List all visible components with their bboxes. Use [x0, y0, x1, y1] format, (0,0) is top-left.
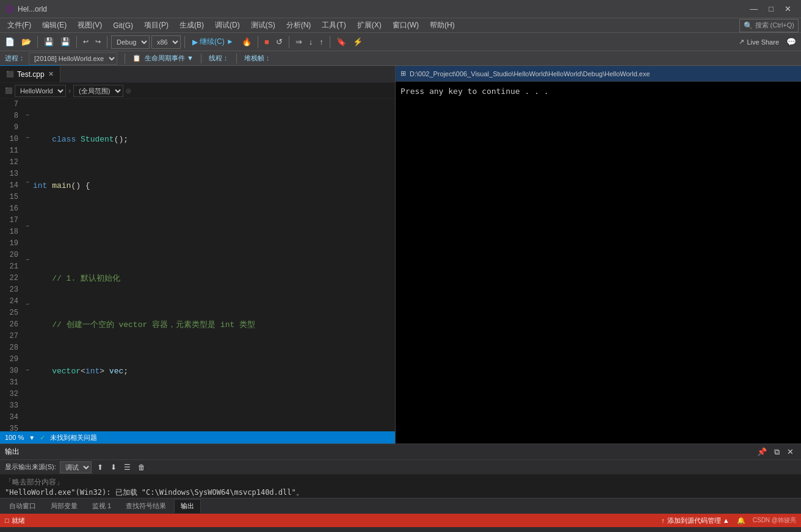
menu-edit[interactable]: 编辑(E)	[37, 19, 71, 32]
undo-btn[interactable]: ↩	[81, 37, 91, 47]
debug-config-dropdown[interactable]: Debug	[111, 35, 150, 49]
step-over-btn[interactable]: ⇒	[293, 36, 305, 48]
menu-project[interactable]: 项目(P)	[139, 19, 173, 32]
menu-build[interactable]: 生成(B)	[175, 19, 209, 32]
output-text: "HelloWorld.exe"(Win32): 已加载 "C:\Windows…	[5, 488, 303, 497]
nav-breadcrumb-select[interactable]: HelloWorld	[15, 85, 66, 97]
output-tab-locals[interactable]: 局部变量	[44, 499, 84, 513]
menu-window[interactable]: 窗口(W)	[388, 19, 424, 32]
process-section: 进程： [20108] HelloWorld.exe	[5, 52, 117, 65]
restart-btn[interactable]: ↺	[274, 36, 285, 48]
new-file-btn[interactable]: 📄	[2, 36, 17, 48]
prog-sep2	[201, 54, 201, 63]
menu-debug[interactable]: 调试(D)	[210, 19, 245, 32]
status-bar-left: □ 就绪	[5, 516, 25, 525]
code-area[interactable]: 7 8 9 10 11 12 13 14 15 16 17 18 19 20 2…	[0, 99, 395, 431]
zoom-dropdown-icon: ▼	[29, 434, 35, 441]
lifecycle-section: 📋 生命周期事件 ▼	[132, 54, 194, 63]
search-placeholder: 搜索 (Ctrl+Q)	[755, 21, 794, 30]
editor-tab-test-cpp[interactable]: ⬛ Test.cpp ✕	[0, 65, 60, 82]
continue-btn[interactable]: ▶ 继续(C) ►	[189, 35, 237, 48]
output-scroll-up[interactable]: ⬆	[95, 462, 105, 472]
output-tab-output[interactable]: 输出	[174, 499, 201, 513]
progress-bar: 进程： [20108] HelloWorld.exe 📋 生命周期事件 ▼ 线程…	[0, 51, 801, 66]
save-all-btn[interactable]: 💾	[58, 36, 73, 48]
fire-btn[interactable]: 🔥	[239, 36, 254, 48]
nav-file-icon: ⬛	[5, 87, 12, 94]
code-line-10: // 1. 默认初始化	[33, 273, 390, 284]
output-float-btn[interactable]: ⧉	[772, 446, 782, 458]
editor-panel: ⬛ Test.cpp ✕ ⬛ HelloWorld › (全局范围) ◎ 7 8…	[0, 66, 396, 444]
code-line-8: int main() {	[33, 180, 390, 192]
notification-bell[interactable]: 🔔	[737, 517, 745, 525]
output-content: 「略去部分内容」 "HelloWorld.exe"(Win32): 已加载 "C…	[0, 475, 801, 498]
search-icon: 🔍	[744, 21, 753, 30]
console-text: Press any key to continue . . .	[400, 87, 549, 96]
lifecycle-label: 生命周期事件 ▼	[145, 54, 194, 63]
step-out-btn[interactable]: ↑	[317, 36, 326, 48]
live-share-label: Live Share	[747, 38, 779, 46]
open-btn[interactable]: 📂	[19, 36, 34, 48]
output-panel-title: 输出	[5, 447, 20, 457]
output-scroll-down[interactable]: ⬇	[109, 462, 118, 472]
code-line-11: // 创建一个空的 vector 容器，元素类型是 int 类型	[33, 319, 390, 331]
save-btn[interactable]: 💾	[42, 36, 56, 48]
stop-record-btn[interactable]: ■	[262, 36, 272, 48]
title-bar-controls: — □ ✕	[745, 3, 796, 15]
process-dropdown[interactable]: [20108] HelloWorld.exe	[29, 52, 117, 65]
output-line-2: "HelloWorld.exe"(Win32): 已加载 "C:\Windows…	[5, 487, 796, 498]
platform-dropdown[interactable]: x86	[151, 35, 181, 49]
menu-test[interactable]: 测试(S)	[246, 19, 280, 32]
status-icon: □	[5, 517, 9, 524]
add-to-source-control[interactable]: ↑ 添加到源代码管理 ▲	[661, 516, 729, 525]
perf-btn[interactable]: ⚡	[350, 36, 365, 48]
step-into-btn[interactable]: ↓	[306, 36, 316, 48]
menu-file[interactable]: 文件(F)	[2, 19, 36, 32]
callstack-section: 堆栈帧：	[244, 54, 271, 63]
status-ready[interactable]: □ 就绪	[5, 516, 25, 525]
menu-git[interactable]: Git(G)	[108, 20, 138, 31]
tab-bar: ⬛ Test.cpp ✕	[0, 66, 395, 83]
output-pin-btn[interactable]: 📌	[755, 446, 769, 458]
live-share-btn[interactable]: ↗ Live Share	[734, 37, 784, 47]
output-tab-find-symbol[interactable]: 查找符号结果	[119, 499, 173, 513]
code-line-12: vector<int> vec;	[33, 365, 390, 377]
output-toolbar: 显示输出来源(S): 调试 ⬆ ⬇ ☰ 🗑	[0, 460, 801, 475]
continue-arrow-icon: ▶	[192, 38, 198, 46]
output-source-select[interactable]: 调试	[60, 461, 92, 473]
source-label: 显示输出来源(S):	[5, 462, 56, 472]
code-line-7: class Student();	[33, 134, 390, 145]
source-control-label: 添加到源代码管理 ▲	[667, 516, 730, 525]
output-close-btn[interactable]: ✕	[785, 446, 796, 458]
output-header: 输出 📌 ⧉ ✕	[0, 444, 801, 460]
status-text: 就绪	[12, 516, 25, 525]
output-filter-btn[interactable]: ☰	[122, 462, 132, 472]
menu-help[interactable]: 帮助(H)	[425, 19, 460, 32]
main-content: ⬛ Test.cpp ✕ ⬛ HelloWorld › (全局范围) ◎ 7 8…	[0, 66, 801, 444]
maximize-button[interactable]: □	[764, 3, 778, 15]
editor-status-bar: 100 % ▼ ✓ 未找到相关问题	[0, 431, 395, 444]
redo-btn[interactable]: ↪	[93, 37, 103, 47]
menu-extensions[interactable]: 扩展(X)	[352, 19, 386, 32]
status-bar-right: ↑ 添加到源代码管理 ▲ 🔔 CSDN @韩骏亮	[661, 516, 796, 525]
menu-view[interactable]: 视图(V)	[73, 19, 107, 32]
output-tab-watch[interactable]: 监视 1	[85, 499, 118, 513]
nav-arrow-icon: ›	[68, 87, 71, 95]
tab-filename: Test.cpp	[17, 70, 45, 79]
output-panel: 输出 📌 ⧉ ✕ 显示输出来源(S): 调试 ⬆ ⬇ ☰ 🗑 「略去部分内容」 …	[0, 444, 801, 514]
source-control-arrow-icon: ↑	[661, 517, 665, 524]
code-editor[interactable]: class Student(); int main() { // 1. 默认初始…	[28, 99, 395, 431]
menu-analyze[interactable]: 分析(N)	[281, 19, 316, 32]
nav-scope-select[interactable]: (全局范围)	[73, 85, 123, 97]
feedback-btn[interactable]: 💬	[784, 36, 799, 48]
tab-close-btn[interactable]: ✕	[48, 70, 54, 78]
title-bar-title: Hel...orld	[18, 5, 47, 13]
console-path: D:\002_Project\006_Visual_Studio\HelloWo…	[410, 70, 650, 77]
output-clear-btn[interactable]: 🗑	[136, 462, 147, 472]
output-tab-autownd[interactable]: 自动窗口	[2, 499, 43, 513]
menu-tools[interactable]: 工具(T)	[317, 19, 350, 32]
close-button[interactable]: ✕	[780, 3, 796, 15]
bookmark-btn[interactable]: 🔖	[334, 36, 349, 48]
minimize-button[interactable]: —	[745, 3, 763, 15]
process-label: 进程：	[5, 54, 25, 63]
